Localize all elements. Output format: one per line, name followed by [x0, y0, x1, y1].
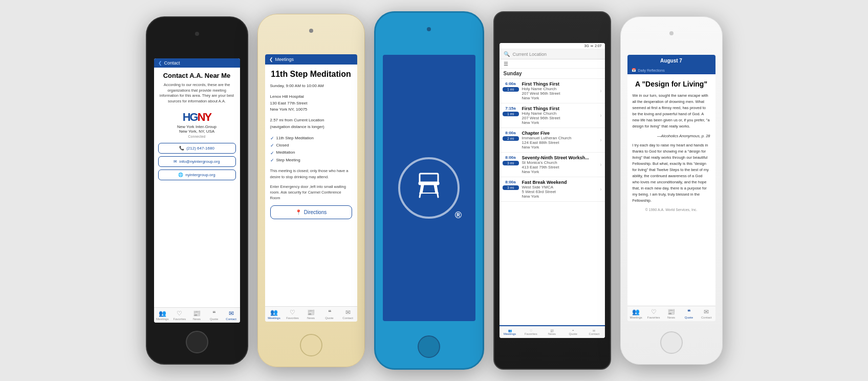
address-line1: 130 East 77th Street	[270, 100, 352, 107]
network-status: 3G	[584, 44, 589, 48]
tab-quote-5[interactable]: ❝ Quote	[680, 306, 698, 321]
email-address: info@nyintergroup.org	[179, 159, 220, 164]
battery-icon: ▪▪	[591, 44, 593, 48]
reflections-body1: We in our turn, sought the same escape w…	[633, 93, 710, 130]
meeting-time-col-3: 8:00a 2 mi	[503, 131, 519, 150]
home-button-1[interactable]	[186, 331, 208, 353]
search-icon-samsung: 🔍	[504, 51, 510, 57]
chevron-icon-3: ›	[600, 137, 601, 143]
table-row[interactable]: 6:00a 1 mi First Things First Holy Name …	[500, 79, 605, 103]
samsung-tab-meetings-label: Meetings	[504, 332, 516, 335]
meeting-time: Sunday, 9:00 AM to 10:00 AM	[270, 83, 352, 90]
meeting-city-4: New York	[522, 170, 597, 174]
hamburger-icon[interactable]: ☰	[504, 61, 508, 67]
meeting-name-2: First Things First	[522, 106, 597, 111]
tab-quote-label-2: Quote	[325, 316, 333, 320]
distance-text: 2.57 mi from Current Location	[270, 117, 352, 124]
tab-news-label-1: News	[193, 318, 201, 321]
samsung-tab-contact-label: Contact	[589, 332, 600, 335]
tab-meetings-label-2: Meetings	[268, 316, 280, 320]
table-row[interactable]: 8:00a 2 mi Chapter Five Immanuel Luthera…	[500, 128, 605, 153]
nav-bar-1: ❮ Contact	[154, 58, 240, 68]
samsung-tab-quote[interactable]: ❝ Quote	[562, 326, 583, 338]
samsung-search-bar[interactable]: 🔍 Current Location	[500, 49, 605, 59]
samsung-contact-icon: ✉	[593, 329, 595, 332]
phone-button[interactable]: 📞 (212) 647-1680	[158, 143, 236, 154]
tab-favorites-1[interactable]: ♡ Favorites	[171, 308, 188, 323]
samsung-tab-contact[interactable]: ✉ Contact	[583, 326, 604, 338]
news-icon: 📰	[193, 310, 201, 317]
table-row[interactable]: 8:00a 3 mi Fast Break Weekend West Side …	[500, 177, 605, 202]
samsung-tab-meetings[interactable]: 👥 Meetings	[500, 326, 520, 338]
chevron-icon-2: ›	[600, 113, 601, 118]
back-arrow-icon[interactable]: ❮	[158, 60, 162, 66]
org-logo-box: HGNY New York Inter-Group New York, NY, …	[158, 108, 236, 139]
meeting-time-section: Sunday, 9:00 AM to 10:00 AM	[270, 83, 352, 90]
reflections-attribution: —Alcoholics Anonymous, p. 28	[633, 134, 710, 138]
tab-favorites-2[interactable]: ♡ Favorites	[284, 307, 302, 322]
phone-3-logo: ®	[374, 11, 484, 370]
day-label: Sunday	[500, 69, 605, 79]
screen-2: ❮ Meetings 11th Step Meditation Sunday, …	[265, 54, 357, 322]
tab-favorites-label-5: Favorites	[647, 316, 660, 319]
meeting-dist-5: 3 mi	[503, 185, 519, 190]
tab-favorites-5[interactable]: ♡ Favorites	[645, 306, 662, 321]
home-button-3[interactable]	[418, 335, 440, 358]
meeting-dist-3: 2 mi	[503, 136, 519, 141]
camera-dot-3	[427, 27, 431, 31]
email-button[interactable]: ✉ info@nyintergroup.org	[158, 156, 236, 167]
globe-icon: 🌐	[178, 173, 183, 177]
meeting-addr-5: 5 West 63rd Street	[522, 189, 597, 194]
phone-4-samsung: 3G ▪▪ 2:07 🔍 Current Location ☰ Sunday 6…	[493, 11, 611, 370]
samsung-news-icon: 📰	[550, 329, 554, 332]
tab-meetings-2[interactable]: 👥 Meetings	[265, 307, 284, 322]
reflections-date: August 7	[627, 55, 715, 67]
back-arrow-2-icon[interactable]: ❮	[269, 57, 273, 62]
tab-quote-2[interactable]: ❝ Quote	[320, 307, 339, 322]
meeting-time-3: 8:00a	[503, 131, 519, 135]
tab-news-1[interactable]: 📰 News	[188, 308, 206, 323]
news-icon-2: 📰	[307, 309, 315, 316]
website-button[interactable]: 🌐 nyintergroup.org	[158, 170, 236, 180]
favorites-icon-2: ♡	[290, 309, 295, 316]
tab-news-5[interactable]: 📰 News	[662, 306, 680, 321]
tab-meetings-label-5: Meetings	[630, 316, 642, 319]
tab-news-2[interactable]: 📰 News	[302, 307, 320, 322]
aa-logo-circle: ®	[398, 157, 460, 219]
tab-contact-5[interactable]: ✉ Contact	[698, 306, 715, 321]
quote-icon-2: ❝	[328, 309, 331, 316]
samsung-tab-favorites[interactable]: ♡ Favorites	[520, 326, 541, 338]
camera-dot-2	[309, 29, 313, 33]
table-row[interactable]: 7:15a 1 mi First Things First Holy Name …	[500, 103, 605, 128]
meeting-dist-4: 3 mi	[503, 161, 519, 165]
tab-quote-1[interactable]: ❝ Quote	[205, 308, 223, 323]
screen-4: 3G ▪▪ 2:07 🔍 Current Location ☰ Sunday 6…	[500, 43, 605, 338]
home-button-5[interactable]	[660, 331, 683, 354]
tag-label-3: Meditation	[276, 150, 295, 156]
phone-2-meeting: ❮ Meetings 11th Step Meditation Sunday, …	[257, 14, 365, 367]
meeting-content: 11th Step Meditation Sunday, 9:00 AM to …	[265, 65, 357, 306]
nav-bar-2: ❮ Meetings	[265, 54, 357, 65]
tab-contact-label-5: Contact	[701, 316, 712, 319]
table-row[interactable]: 8:00a 3 mi Seventy-Ninth Street Worksh..…	[500, 153, 605, 177]
tag-meditation2: ✓ Meditation	[270, 150, 352, 157]
directions-button[interactable]: 📍 Directions	[270, 205, 352, 219]
samsung-tab-news[interactable]: 📰 News	[541, 326, 562, 338]
favorites-icon-5: ♡	[651, 308, 657, 315]
reflections-screen: August 7 📅 Daily Reflections A "Design f…	[627, 55, 715, 321]
samsung-bottom-tabs: 👥 Meetings ♡ Favorites 📰 News ❝ Quote	[500, 325, 605, 338]
tab-meetings-1[interactable]: 👥 Meetings	[154, 308, 171, 323]
home-button-2[interactable]	[300, 334, 322, 356]
samsung-meetings-icon: 👥	[508, 329, 512, 332]
tab-contact-1[interactable]: ✉ Contact	[223, 308, 240, 323]
meeting-distance-section: 2.57 mi from Current Location (navigatio…	[270, 117, 352, 131]
meeting-venue-4: St Monica's Church	[522, 160, 597, 165]
tab-quote-label-1: Quote	[210, 318, 218, 321]
meeting-time-1: 6:00a	[503, 81, 519, 86]
tab-news-label-5: News	[667, 316, 675, 319]
meeting-addr-4: 413 East 79th Street	[522, 165, 597, 170]
samsung-favorites-icon: ♡	[530, 329, 532, 332]
reflections-content: A "Design for Living" We in our turn, so…	[627, 74, 715, 306]
tab-contact-2[interactable]: ✉ Contact	[339, 307, 357, 322]
tab-meetings-5[interactable]: 👥 Meetings	[627, 306, 645, 321]
